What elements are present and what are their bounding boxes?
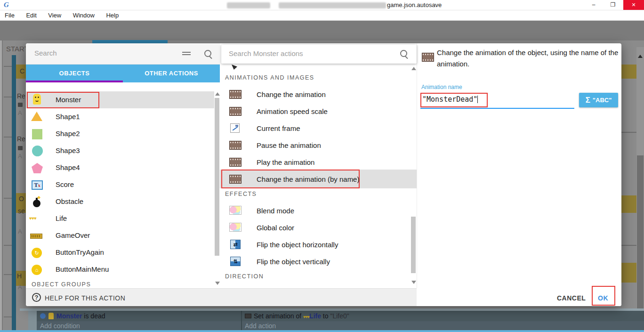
- menu-help[interactable]: Help: [101, 10, 123, 19]
- action-item-blend-mode[interactable]: Blend mode: [257, 207, 294, 215]
- action-object-name: Life: [309, 312, 321, 320]
- event-tick: [4, 97, 12, 97]
- highlighted-event-right: [621, 65, 636, 79]
- scrollbar-up-icon[interactable]: [411, 67, 416, 70]
- film-icon: [422, 53, 434, 62]
- action-search-bar: [221, 45, 417, 64]
- tab-other-actions[interactable]: OTHER ACTIONS: [123, 65, 220, 82]
- search-icon[interactable]: [400, 50, 409, 58]
- gear-icon: [40, 313, 46, 319]
- event-tick: [4, 66, 12, 67]
- hearts-icon: ♥♥♥: [29, 216, 36, 221]
- event-tick: [4, 316, 12, 317]
- action-item-play-animation[interactable]: Play the animation: [257, 158, 314, 166]
- action-text: to: [321, 312, 330, 320]
- scene-tab-label: START: [6, 45, 29, 53]
- action-item-pause-animation[interactable]: Pause the animation: [257, 141, 321, 149]
- action-list-scrollbar-thumb[interactable]: [411, 217, 416, 273]
- minimize-button[interactable]: –: [585, 0, 603, 10]
- object-groups-header: OBJECT GROUPS: [32, 281, 91, 288]
- scrollbar-up-icon[interactable]: [215, 92, 220, 96]
- tab-objects[interactable]: OBJECTS: [26, 65, 123, 82]
- global-color-icon: [229, 223, 242, 232]
- object-item-buttonmainmenu[interactable]: ButtonMainMenu: [56, 265, 109, 273]
- event-row-margin: [28, 311, 37, 330]
- main-toolbar: + + + + –: [0, 21, 644, 40]
- object-item-gameover[interactable]: GameOver: [56, 231, 90, 239]
- object-search-input[interactable]: [34, 49, 166, 57]
- window-title: game.json.autosave: [387, 1, 442, 8]
- help-link[interactable]: HELP FOR THIS ACTION: [45, 294, 125, 302]
- condition-cell[interactable]: Monster is dead: [40, 312, 105, 320]
- menu-file[interactable]: File: [0, 10, 19, 19]
- scrollbar-down-icon[interactable]: [215, 282, 220, 285]
- action-item-change-animation[interactable]: Change the animation: [257, 90, 326, 98]
- action-item-current-frame[interactable]: Current frame: [257, 124, 300, 132]
- frame-icon: [230, 123, 240, 133]
- search-icon[interactable]: [204, 50, 213, 58]
- section-direction-header: DIRECTION: [225, 273, 264, 280]
- event-sheet-gutter: [0, 40, 3, 332]
- flip-vertical-icon: ⇅: [230, 257, 241, 266]
- square-icon: [32, 129, 42, 139]
- object-item-buttontryagain[interactable]: ButtonTryAgain: [56, 248, 104, 256]
- action-item-flip-vertical[interactable]: Flip the object vertically: [257, 258, 330, 266]
- monster-thumb-icon: [48, 313, 54, 319]
- input-underline: [420, 108, 574, 109]
- action-item-flip-horizontal[interactable]: Flip the object horizontally: [257, 241, 338, 249]
- home-button-icon: ⌂: [32, 265, 42, 275]
- retry-button-icon: ↻: [32, 248, 42, 258]
- expression-editor-button[interactable]: Σ"ABC": [579, 93, 618, 107]
- cancel-button[interactable]: CANCEL: [557, 294, 586, 302]
- action-description: Change the animation of the object, usin…: [437, 47, 620, 70]
- action-item-change-animation-by-name[interactable]: Change the animation (by name): [257, 175, 359, 183]
- event-sheet-scrollbar-thumb[interactable]: [637, 155, 644, 311]
- event-text-fragment: A: [18, 109, 22, 116]
- object-item-score[interactable]: Score: [56, 180, 74, 188]
- action-search-input[interactable]: [229, 49, 361, 57]
- filter-icon[interactable]: [182, 51, 191, 57]
- menu-view[interactable]: View: [43, 10, 66, 19]
- film-icon: [229, 90, 242, 99]
- event-separator: [621, 245, 636, 246]
- action-text: Set animation of: [254, 312, 303, 320]
- event-icon-fragment: [18, 146, 23, 150]
- section-animations-header: ANIMATIONS AND IMAGES: [225, 74, 314, 81]
- action-cell[interactable]: Set animation of ♥♥♥Life to "Life0": [245, 312, 349, 320]
- object-item-life[interactable]: Life: [56, 214, 67, 222]
- event-text-fragment: C: [20, 67, 24, 75]
- object-list-scrollbar-thumb[interactable]: [215, 98, 219, 256]
- help-icon[interactable]: ?: [32, 293, 41, 302]
- scrollbar-up-icon[interactable]: [638, 55, 643, 58]
- event-text-fragment: se: [18, 207, 25, 215]
- event-row-bottom-edge: [0, 330, 644, 332]
- object-item-shape2[interactable]: Shape2: [56, 130, 80, 138]
- object-item-shape3[interactable]: Shape3: [56, 146, 80, 154]
- event-text-fragment: A: [18, 228, 22, 235]
- maximize-button[interactable]: ❐: [604, 0, 622, 10]
- film-icon: [229, 107, 242, 116]
- add-action-link[interactable]: Add action: [245, 322, 276, 330]
- object-item-shape4[interactable]: Shape4: [56, 163, 80, 171]
- close-button[interactable]: ✕: [623, 0, 644, 10]
- event-tick: [4, 274, 12, 275]
- event-icon-fragment: [18, 103, 23, 107]
- dialog-tabs: OBJECTS OTHER ACTIONS: [26, 65, 220, 82]
- scrollbar-down-icon[interactable]: [411, 281, 416, 284]
- scene-tab-indicator: [92, 40, 168, 43]
- event-text-fragment: Re: [17, 92, 25, 100]
- object-item-shape1[interactable]: Shape1: [56, 113, 80, 121]
- event-text-fragment: H: [17, 272, 22, 280]
- annotation-box-ok: [592, 286, 615, 306]
- menu-window[interactable]: Window: [68, 10, 99, 19]
- add-condition-link[interactable]: Add condition: [40, 322, 80, 330]
- event-separator: [621, 132, 636, 133]
- condition-object-name: Monster: [56, 312, 82, 320]
- action-item-animation-speed-scale[interactable]: Animation speed scale: [257, 107, 328, 115]
- menu-edit[interactable]: Edit: [21, 10, 41, 19]
- object-item-obstacle[interactable]: Obstacle: [56, 197, 83, 205]
- title-bar: G game.json.autosave – ❐ ✕: [0, 0, 644, 10]
- event-text-fragment: Re: [17, 135, 25, 143]
- event-row-add[interactable]: [28, 321, 644, 330]
- action-item-global-color[interactable]: Global color: [257, 224, 294, 232]
